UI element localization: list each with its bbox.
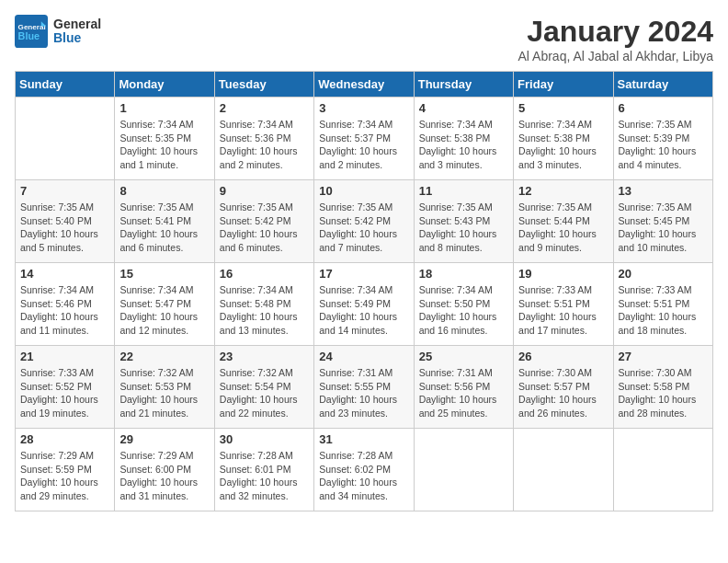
logo-icon: General Blue bbox=[15, 15, 48, 48]
day-number: 20 bbox=[619, 267, 708, 281]
day-info: Sunrise: 7:33 AM Sunset: 5:51 PM Dayligh… bbox=[619, 283, 708, 338]
day-number: 10 bbox=[319, 184, 408, 198]
day-info: Sunrise: 7:35 AM Sunset: 5:42 PM Dayligh… bbox=[220, 201, 309, 255]
calendar-subtitle: Al Abraq, Al Jabal al Akhdar, Libya bbox=[518, 49, 713, 63]
calendar-cell: 20Sunrise: 7:33 AM Sunset: 5:51 PM Dayli… bbox=[613, 263, 712, 346]
day-number: 2 bbox=[220, 101, 309, 115]
day-number: 31 bbox=[319, 432, 408, 446]
day-info: Sunrise: 7:33 AM Sunset: 5:51 PM Dayligh… bbox=[518, 283, 608, 338]
day-number: 17 bbox=[319, 267, 408, 281]
col-header-thursday: Thursday bbox=[414, 72, 513, 98]
col-header-sunday: Sunday bbox=[16, 72, 115, 98]
col-header-wednesday: Wednesday bbox=[314, 72, 414, 98]
logo: General Blue General Blue bbox=[15, 15, 101, 48]
col-header-tuesday: Tuesday bbox=[214, 72, 313, 98]
calendar-cell: 17Sunrise: 7:34 AM Sunset: 5:49 PM Dayli… bbox=[314, 263, 414, 346]
calendar-cell: 27Sunrise: 7:30 AM Sunset: 5:58 PM Dayli… bbox=[613, 346, 712, 429]
calendar-cell bbox=[514, 429, 613, 511]
calendar-cell bbox=[414, 429, 513, 511]
calendar-cell: 21Sunrise: 7:33 AM Sunset: 5:52 PM Dayli… bbox=[16, 346, 115, 429]
calendar-cell: 16Sunrise: 7:34 AM Sunset: 5:48 PM Dayli… bbox=[214, 263, 313, 346]
day-number: 14 bbox=[20, 267, 109, 281]
logo-general: General bbox=[53, 17, 101, 31]
day-number: 22 bbox=[119, 350, 209, 363]
day-info: Sunrise: 7:34 AM Sunset: 5:50 PM Dayligh… bbox=[419, 283, 508, 338]
calendar-week-3: 14Sunrise: 7:34 AM Sunset: 5:46 PM Dayli… bbox=[16, 263, 713, 346]
day-info: Sunrise: 7:30 AM Sunset: 5:58 PM Dayligh… bbox=[619, 366, 708, 420]
calendar-cell: 4Sunrise: 7:34 AM Sunset: 5:38 PM Daylig… bbox=[414, 98, 513, 180]
day-info: Sunrise: 7:34 AM Sunset: 5:36 PM Dayligh… bbox=[220, 118, 309, 172]
day-info: Sunrise: 7:35 AM Sunset: 5:45 PM Dayligh… bbox=[619, 201, 708, 255]
day-info: Sunrise: 7:31 AM Sunset: 5:55 PM Dayligh… bbox=[319, 366, 408, 420]
calendar-cell: 25Sunrise: 7:31 AM Sunset: 5:56 PM Dayli… bbox=[414, 346, 513, 429]
day-number: 29 bbox=[119, 432, 209, 446]
calendar-cell: 14Sunrise: 7:34 AM Sunset: 5:46 PM Dayli… bbox=[16, 263, 115, 346]
day-number: 5 bbox=[518, 101, 608, 115]
day-number: 15 bbox=[119, 267, 209, 281]
title-block: January 2024 Al Abraq, Al Jabal al Akhda… bbox=[518, 15, 713, 63]
calendar-week-2: 7Sunrise: 7:35 AM Sunset: 5:40 PM Daylig… bbox=[16, 180, 713, 263]
calendar-title: January 2024 bbox=[518, 15, 713, 49]
day-number: 11 bbox=[419, 184, 508, 198]
calendar-cell: 13Sunrise: 7:35 AM Sunset: 5:45 PM Dayli… bbox=[613, 180, 712, 263]
calendar-cell bbox=[16, 98, 115, 180]
logo-blue: Blue bbox=[53, 31, 101, 45]
day-info: Sunrise: 7:33 AM Sunset: 5:52 PM Dayligh… bbox=[20, 366, 109, 420]
calendar-cell: 30Sunrise: 7:28 AM Sunset: 6:01 PM Dayli… bbox=[214, 429, 313, 511]
calendar-cell: 8Sunrise: 7:35 AM Sunset: 5:41 PM Daylig… bbox=[115, 180, 214, 263]
calendar-cell: 26Sunrise: 7:30 AM Sunset: 5:57 PM Dayli… bbox=[514, 346, 613, 429]
calendar-cell bbox=[613, 429, 712, 511]
day-number: 27 bbox=[619, 350, 708, 363]
day-info: Sunrise: 7:30 AM Sunset: 5:57 PM Dayligh… bbox=[518, 366, 608, 420]
day-number: 4 bbox=[419, 101, 508, 115]
day-number: 16 bbox=[220, 267, 309, 281]
day-info: Sunrise: 7:34 AM Sunset: 5:35 PM Dayligh… bbox=[119, 118, 209, 172]
day-number: 25 bbox=[419, 350, 508, 363]
calendar-cell: 3Sunrise: 7:34 AM Sunset: 5:37 PM Daylig… bbox=[314, 98, 414, 180]
day-info: Sunrise: 7:35 AM Sunset: 5:44 PM Dayligh… bbox=[518, 201, 608, 255]
day-number: 6 bbox=[619, 101, 708, 115]
day-number: 30 bbox=[220, 432, 309, 446]
day-info: Sunrise: 7:34 AM Sunset: 5:37 PM Dayligh… bbox=[319, 118, 408, 172]
calendar-cell: 10Sunrise: 7:35 AM Sunset: 5:42 PM Dayli… bbox=[314, 180, 414, 263]
day-info: Sunrise: 7:29 AM Sunset: 6:00 PM Dayligh… bbox=[119, 449, 209, 503]
calendar-week-5: 28Sunrise: 7:29 AM Sunset: 5:59 PM Dayli… bbox=[16, 429, 713, 511]
day-number: 1 bbox=[119, 101, 209, 115]
calendar-cell: 5Sunrise: 7:34 AM Sunset: 5:38 PM Daylig… bbox=[514, 98, 613, 180]
day-info: Sunrise: 7:34 AM Sunset: 5:47 PM Dayligh… bbox=[119, 283, 209, 338]
calendar-table: SundayMondayTuesdayWednesdayThursdayFrid… bbox=[15, 71, 713, 511]
calendar-cell: 12Sunrise: 7:35 AM Sunset: 5:44 PM Dayli… bbox=[514, 180, 613, 263]
day-number: 7 bbox=[20, 184, 109, 198]
day-info: Sunrise: 7:35 AM Sunset: 5:41 PM Dayligh… bbox=[119, 201, 209, 255]
day-info: Sunrise: 7:34 AM Sunset: 5:48 PM Dayligh… bbox=[220, 283, 309, 338]
day-info: Sunrise: 7:34 AM Sunset: 5:49 PM Dayligh… bbox=[319, 283, 408, 338]
day-number: 9 bbox=[220, 184, 309, 198]
day-info: Sunrise: 7:31 AM Sunset: 5:56 PM Dayligh… bbox=[419, 366, 508, 420]
calendar-cell: 6Sunrise: 7:35 AM Sunset: 5:39 PM Daylig… bbox=[613, 98, 712, 180]
day-info: Sunrise: 7:35 AM Sunset: 5:40 PM Dayligh… bbox=[20, 201, 109, 255]
day-number: 13 bbox=[619, 184, 708, 198]
day-number: 28 bbox=[20, 432, 109, 446]
day-number: 26 bbox=[518, 350, 608, 363]
day-info: Sunrise: 7:32 AM Sunset: 5:54 PM Dayligh… bbox=[220, 366, 309, 420]
calendar-week-1: 1Sunrise: 7:34 AM Sunset: 5:35 PM Daylig… bbox=[16, 98, 713, 180]
calendar-week-4: 21Sunrise: 7:33 AM Sunset: 5:52 PM Dayli… bbox=[16, 346, 713, 429]
day-number: 21 bbox=[20, 350, 109, 363]
calendar-cell: 23Sunrise: 7:32 AM Sunset: 5:54 PM Dayli… bbox=[214, 346, 313, 429]
day-number: 24 bbox=[319, 350, 408, 363]
day-number: 23 bbox=[220, 350, 309, 363]
calendar-cell: 29Sunrise: 7:29 AM Sunset: 6:00 PM Dayli… bbox=[115, 429, 214, 511]
day-info: Sunrise: 7:29 AM Sunset: 5:59 PM Dayligh… bbox=[20, 449, 109, 503]
day-number: 18 bbox=[419, 267, 508, 281]
calendar-cell: 15Sunrise: 7:34 AM Sunset: 5:47 PM Dayli… bbox=[115, 263, 214, 346]
day-info: Sunrise: 7:32 AM Sunset: 5:53 PM Dayligh… bbox=[119, 366, 209, 420]
calendar-cell: 11Sunrise: 7:35 AM Sunset: 5:43 PM Dayli… bbox=[414, 180, 513, 263]
day-number: 8 bbox=[119, 184, 209, 198]
day-info: Sunrise: 7:28 AM Sunset: 6:01 PM Dayligh… bbox=[220, 449, 309, 503]
calendar-cell: 28Sunrise: 7:29 AM Sunset: 5:59 PM Dayli… bbox=[16, 429, 115, 511]
page-header: General Blue General Blue January 2024 A… bbox=[15, 15, 713, 63]
day-info: Sunrise: 7:35 AM Sunset: 5:42 PM Dayligh… bbox=[319, 201, 408, 255]
svg-text:Blue: Blue bbox=[18, 30, 40, 41]
calendar-cell: 31Sunrise: 7:28 AM Sunset: 6:02 PM Dayli… bbox=[314, 429, 414, 511]
calendar-cell: 19Sunrise: 7:33 AM Sunset: 5:51 PM Dayli… bbox=[514, 263, 613, 346]
